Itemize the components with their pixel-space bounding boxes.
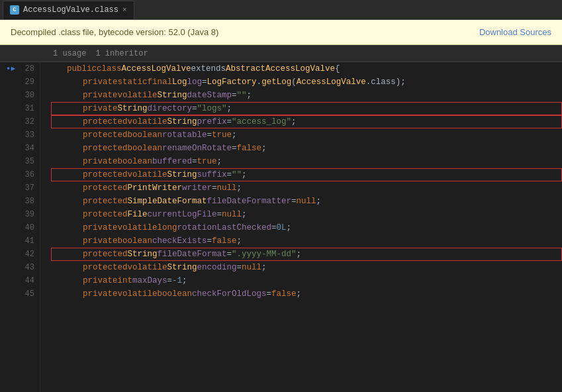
code-line: protected PrintWriter writer = null; xyxy=(51,181,562,195)
token-kw: volatile xyxy=(118,91,158,100)
info-bar-text: Decompiled .class file, bytecode version… xyxy=(11,27,218,37)
line-number-row: 42 xyxy=(5,248,34,261)
token-plain: ; xyxy=(237,236,242,246)
line-number-row: 45 xyxy=(5,287,34,301)
token-plain: = xyxy=(212,183,217,193)
line-number-row: 30 xyxy=(5,89,34,102)
token-plain: ; xyxy=(297,250,302,259)
code-line: protected File currentLogFile = null; xyxy=(51,208,562,221)
line-number: 45 xyxy=(16,289,34,299)
line-number: 44 xyxy=(16,276,34,285)
code-line: protected boolean rotatable = true; xyxy=(51,128,562,142)
token-plain: ; xyxy=(242,210,247,219)
token-plain: = xyxy=(237,263,242,272)
token-plain: ; xyxy=(182,276,187,285)
token-plain: ; xyxy=(261,263,267,272)
token-plain: extends xyxy=(191,64,226,74)
token-str: "logs" xyxy=(197,104,227,113)
token-num: 0L xyxy=(277,223,287,232)
line-number-row: 31 xyxy=(5,102,34,115)
token-cls: String xyxy=(167,117,197,126)
code-line: private String directory = "logs"; xyxy=(51,102,562,115)
token-plain: = xyxy=(207,236,212,246)
token-num: -1 xyxy=(172,276,182,285)
token-kw: volatile xyxy=(118,223,158,232)
token-plain: ; xyxy=(287,223,292,232)
tab-access-log-valve[interactable]: C AccessLogValve.class × xyxy=(3,1,134,19)
download-sources-link[interactable]: Download Sources xyxy=(479,27,551,37)
token-plain: = xyxy=(271,223,277,232)
code-line: private volatile String dateStamp = ""; xyxy=(51,89,562,102)
token-kw: protected xyxy=(83,183,128,193)
token-var: suffix xyxy=(197,170,227,179)
token-cls: String xyxy=(167,263,197,272)
token-plain: = xyxy=(227,117,232,126)
token-plain: ; xyxy=(242,170,247,179)
code-line: protected volatile String prefix = "acce… xyxy=(51,115,562,128)
token-var: maxDays xyxy=(132,276,167,285)
token-kw: boolean xyxy=(118,157,153,166)
token-cls: AbstractAccessLogValve xyxy=(226,64,335,74)
token-kw: private xyxy=(83,289,118,299)
code-line: public class AccessLogValve extends Abst… xyxy=(51,62,562,75)
token-var: renameOnRotate xyxy=(162,144,232,153)
code-line: private boolean buffered = true; xyxy=(51,155,562,168)
token-kw: private xyxy=(83,276,118,285)
token-kw: true xyxy=(197,157,217,166)
line-numbers: •►282930313233343536373839404142434445 xyxy=(0,62,40,392)
line-number: 34 xyxy=(16,144,34,153)
line-number-row: 44 xyxy=(5,274,34,287)
line-number-row: 41 xyxy=(5,234,34,248)
line-number-row: 36 xyxy=(5,168,34,181)
line-number: 36 xyxy=(16,170,34,179)
token-kw: private xyxy=(83,77,118,87)
token-cls: Log xyxy=(172,77,187,87)
line-number: 38 xyxy=(16,197,34,206)
tab-file-icon: C xyxy=(10,5,19,15)
token-str: "" xyxy=(237,91,247,100)
line-number-row: 40 xyxy=(5,221,34,234)
tab-close-button[interactable]: × xyxy=(122,6,127,14)
code-area: •►282930313233343536373839404142434445 p… xyxy=(0,62,562,392)
line-number: 43 xyxy=(16,263,34,272)
code-lines: public class AccessLogValve extends Abst… xyxy=(40,62,562,392)
line-number: 35 xyxy=(16,157,34,166)
token-plain: ; xyxy=(232,130,237,140)
line-number: 42 xyxy=(16,250,34,259)
code-line: private int maxDays = -1; xyxy=(51,274,562,287)
token-str: "access_log" xyxy=(232,117,291,126)
token-kw: protected xyxy=(83,130,128,140)
token-kw: long xyxy=(158,223,177,232)
token-str: "" xyxy=(232,170,242,179)
line-number: 37 xyxy=(16,183,34,193)
token-cls: File xyxy=(128,210,148,219)
token-plain: = xyxy=(232,144,237,153)
line-number: 39 xyxy=(16,210,34,219)
token-plain: = xyxy=(227,170,232,179)
token-kw: null xyxy=(222,210,242,219)
token-cls: LogFactory xyxy=(207,77,257,87)
token-plain: . xyxy=(257,77,262,87)
token-plain: = xyxy=(217,210,222,219)
token-kw: protected xyxy=(83,197,128,206)
code-line: protected volatile String encoding = nul… xyxy=(51,261,562,274)
line-number: 28 xyxy=(16,64,34,74)
line-number-row: 37 xyxy=(5,181,34,195)
line-number-row: 32 xyxy=(5,115,34,128)
token-var: log xyxy=(187,77,203,87)
line-number-row: 38 xyxy=(5,195,34,208)
code-line: protected volatile String suffix = ""; xyxy=(51,168,562,181)
usage-count: 1 usage xyxy=(53,49,86,58)
token-kw: private xyxy=(83,91,118,100)
token-cls: AccessLogValve xyxy=(122,64,191,74)
token-str: ".yyyy-MM-dd" xyxy=(232,250,297,259)
token-cls: String xyxy=(158,91,187,100)
line-number: 30 xyxy=(16,91,34,100)
token-kw: protected xyxy=(83,144,128,153)
token-var: checkExists xyxy=(152,236,207,246)
token-kw: null xyxy=(242,263,261,272)
token-plain: = xyxy=(192,157,197,166)
token-kw: boolean xyxy=(158,289,193,299)
token-kw: boolean xyxy=(128,144,163,153)
code-line: protected SimpleDateFormat fileDateForma… xyxy=(51,195,562,208)
